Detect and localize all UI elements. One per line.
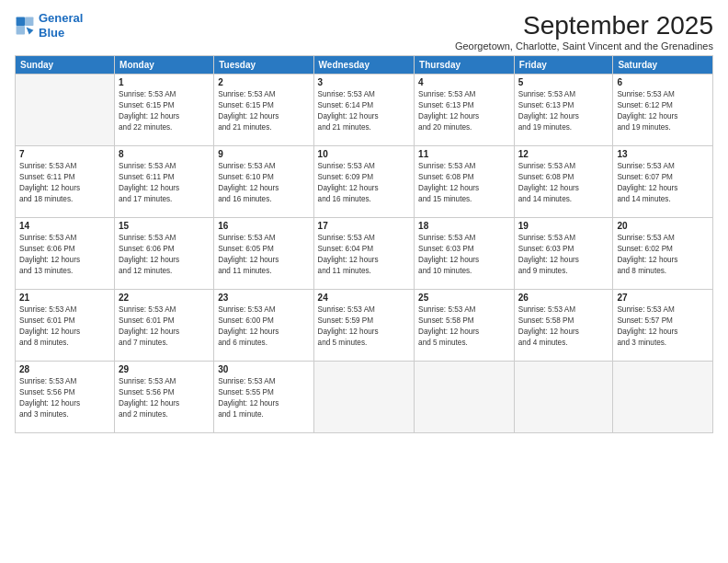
day-info: Sunrise: 5:53 AM Sunset: 5:56 PM Dayligh… xyxy=(19,376,110,420)
col-saturday: Saturday xyxy=(613,56,713,75)
day-number: 14 xyxy=(19,221,110,231)
month-title: September 2025 xyxy=(455,11,713,40)
calendar-cell: 15Sunrise: 5:53 AM Sunset: 6:06 PM Dayli… xyxy=(115,218,214,290)
calendar-cell: 5Sunrise: 5:53 AM Sunset: 6:13 PM Daylig… xyxy=(514,75,613,146)
day-info: Sunrise: 5:53 AM Sunset: 5:57 PM Dayligh… xyxy=(617,304,709,349)
calendar-cell xyxy=(613,362,713,433)
calendar-week-4: 21Sunrise: 5:53 AM Sunset: 6:01 PM Dayli… xyxy=(16,290,713,362)
calendar-cell: 29Sunrise: 5:53 AM Sunset: 5:56 PM Dayli… xyxy=(115,362,214,433)
col-monday: Monday xyxy=(115,56,214,75)
calendar-week-3: 14Sunrise: 5:53 AM Sunset: 6:06 PM Dayli… xyxy=(16,218,713,290)
day-number: 22 xyxy=(119,293,210,303)
day-info: Sunrise: 5:53 AM Sunset: 6:02 PM Dayligh… xyxy=(617,233,709,277)
day-number: 9 xyxy=(218,149,309,159)
calendar-cell: 11Sunrise: 5:53 AM Sunset: 6:08 PM Dayli… xyxy=(415,146,515,218)
calendar-cell: 1Sunrise: 5:53 AM Sunset: 6:15 PM Daylig… xyxy=(115,75,214,146)
calendar-cell: 8Sunrise: 5:53 AM Sunset: 6:11 PM Daylig… xyxy=(115,146,214,218)
logo-line1: General xyxy=(39,11,83,25)
calendar-table: Sunday Monday Tuesday Wednesday Thursday… xyxy=(15,55,713,433)
location-subtitle: Georgetown, Charlotte, Saint Vincent and… xyxy=(455,40,713,52)
svg-rect-2 xyxy=(17,26,25,34)
day-number: 26 xyxy=(518,293,609,303)
day-info: Sunrise: 5:53 AM Sunset: 6:13 PM Dayligh… xyxy=(518,89,609,133)
day-info: Sunrise: 5:53 AM Sunset: 6:06 PM Dayligh… xyxy=(19,233,110,277)
day-number: 4 xyxy=(418,77,510,87)
day-number: 1 xyxy=(119,77,210,87)
calendar-cell: 28Sunrise: 5:53 AM Sunset: 5:56 PM Dayli… xyxy=(16,362,115,433)
day-info: Sunrise: 5:53 AM Sunset: 6:11 PM Dayligh… xyxy=(19,161,110,205)
day-info: Sunrise: 5:53 AM Sunset: 6:03 PM Dayligh… xyxy=(418,233,510,277)
day-info: Sunrise: 5:53 AM Sunset: 6:07 PM Dayligh… xyxy=(617,161,709,205)
calendar-cell: 2Sunrise: 5:53 AM Sunset: 6:15 PM Daylig… xyxy=(214,75,313,146)
calendar-cell xyxy=(415,362,515,433)
day-info: Sunrise: 5:53 AM Sunset: 6:03 PM Dayligh… xyxy=(518,233,609,277)
svg-rect-0 xyxy=(17,17,25,25)
day-number: 13 xyxy=(617,149,709,159)
day-info: Sunrise: 5:53 AM Sunset: 6:01 PM Dayligh… xyxy=(119,304,210,349)
day-number: 21 xyxy=(19,293,110,303)
day-info: Sunrise: 5:53 AM Sunset: 6:01 PM Dayligh… xyxy=(19,304,110,349)
calendar-cell: 10Sunrise: 5:53 AM Sunset: 6:09 PM Dayli… xyxy=(313,146,415,218)
day-number: 20 xyxy=(617,221,709,231)
calendar-cell: 6Sunrise: 5:53 AM Sunset: 6:12 PM Daylig… xyxy=(613,75,713,146)
day-info: Sunrise: 5:53 AM Sunset: 6:05 PM Dayligh… xyxy=(218,233,309,277)
day-number: 30 xyxy=(218,364,309,374)
day-info: Sunrise: 5:53 AM Sunset: 6:14 PM Dayligh… xyxy=(318,89,411,133)
day-number: 18 xyxy=(418,221,510,231)
day-number: 19 xyxy=(518,221,609,231)
day-number: 16 xyxy=(218,221,309,231)
col-friday: Friday xyxy=(514,56,613,75)
logo: General Blue xyxy=(15,11,83,40)
day-info: Sunrise: 5:53 AM Sunset: 6:15 PM Dayligh… xyxy=(218,89,309,133)
day-number: 5 xyxy=(518,77,609,87)
calendar-cell: 30Sunrise: 5:53 AM Sunset: 5:55 PM Dayli… xyxy=(214,362,313,433)
day-info: Sunrise: 5:53 AM Sunset: 6:08 PM Dayligh… xyxy=(418,161,510,205)
calendar-cell: 19Sunrise: 5:53 AM Sunset: 6:03 PM Dayli… xyxy=(514,218,613,290)
calendar-week-5: 28Sunrise: 5:53 AM Sunset: 5:56 PM Dayli… xyxy=(16,362,713,433)
day-info: Sunrise: 5:53 AM Sunset: 6:11 PM Dayligh… xyxy=(119,161,210,205)
day-info: Sunrise: 5:53 AM Sunset: 5:59 PM Dayligh… xyxy=(318,304,411,349)
day-info: Sunrise: 5:53 AM Sunset: 6:13 PM Dayligh… xyxy=(418,89,510,133)
day-info: Sunrise: 5:53 AM Sunset: 5:58 PM Dayligh… xyxy=(418,304,510,349)
day-number: 7 xyxy=(19,149,110,159)
calendar-cell: 27Sunrise: 5:53 AM Sunset: 5:57 PM Dayli… xyxy=(613,290,713,362)
calendar-cell: 21Sunrise: 5:53 AM Sunset: 6:01 PM Dayli… xyxy=(16,290,115,362)
calendar-cell: 3Sunrise: 5:53 AM Sunset: 6:14 PM Daylig… xyxy=(313,75,415,146)
day-number: 28 xyxy=(19,364,110,374)
day-number: 25 xyxy=(418,293,510,303)
calendar-cell: 22Sunrise: 5:53 AM Sunset: 6:01 PM Dayli… xyxy=(115,290,214,362)
day-info: Sunrise: 5:53 AM Sunset: 5:56 PM Dayligh… xyxy=(119,376,210,420)
day-number: 23 xyxy=(218,293,309,303)
col-sunday: Sunday xyxy=(16,56,115,75)
calendar-cell: 14Sunrise: 5:53 AM Sunset: 6:06 PM Dayli… xyxy=(16,218,115,290)
day-info: Sunrise: 5:53 AM Sunset: 6:12 PM Dayligh… xyxy=(617,89,709,133)
calendar-cell: 16Sunrise: 5:53 AM Sunset: 6:05 PM Dayli… xyxy=(214,218,313,290)
day-number: 8 xyxy=(119,149,210,159)
col-thursday: Thursday xyxy=(415,56,515,75)
day-number: 3 xyxy=(318,77,411,87)
calendar-cell: 18Sunrise: 5:53 AM Sunset: 6:03 PM Dayli… xyxy=(415,218,515,290)
calendar-cell xyxy=(514,362,613,433)
calendar-cell: 7Sunrise: 5:53 AM Sunset: 6:11 PM Daylig… xyxy=(16,146,115,218)
calendar-cell: 23Sunrise: 5:53 AM Sunset: 6:00 PM Dayli… xyxy=(214,290,313,362)
day-info: Sunrise: 5:53 AM Sunset: 6:10 PM Dayligh… xyxy=(218,161,309,205)
day-number: 24 xyxy=(318,293,411,303)
logo-icon xyxy=(15,16,35,36)
day-number: 10 xyxy=(318,149,411,159)
day-info: Sunrise: 5:53 AM Sunset: 6:15 PM Dayligh… xyxy=(119,89,210,133)
svg-marker-3 xyxy=(27,27,34,34)
col-tuesday: Tuesday xyxy=(214,56,313,75)
day-info: Sunrise: 5:53 AM Sunset: 5:55 PM Dayligh… xyxy=(218,376,309,420)
logo-line2: Blue xyxy=(39,26,64,40)
day-info: Sunrise: 5:53 AM Sunset: 5:58 PM Dayligh… xyxy=(518,304,609,349)
calendar-cell xyxy=(16,75,115,146)
calendar-header-row: Sunday Monday Tuesday Wednesday Thursday… xyxy=(16,56,713,75)
calendar-cell xyxy=(313,362,415,433)
logo-text: General Blue xyxy=(39,11,83,40)
day-number: 11 xyxy=(418,149,510,159)
day-number: 2 xyxy=(218,77,309,87)
day-number: 12 xyxy=(518,149,609,159)
calendar-cell: 12Sunrise: 5:53 AM Sunset: 6:08 PM Dayli… xyxy=(514,146,613,218)
day-number: 27 xyxy=(617,293,709,303)
col-wednesday: Wednesday xyxy=(313,56,415,75)
